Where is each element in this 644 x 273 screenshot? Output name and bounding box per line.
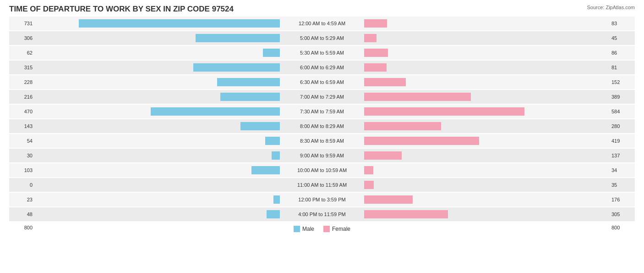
chart-row: 306 5:00 AM to 5:29 AM 45: [9, 31, 635, 45]
right-value: 35: [610, 182, 635, 188]
right-bar-wrap: [363, 119, 610, 133]
female-bar: [364, 166, 373, 174]
right-value: 34: [610, 167, 635, 173]
female-bar: [364, 34, 377, 42]
time-label: 10:00 AM to 10:59 AM: [281, 167, 363, 173]
left-value: 216: [9, 94, 34, 100]
male-bar: [272, 151, 280, 160]
left-bar-wrap: [34, 207, 281, 221]
right-bar-wrap: [363, 75, 610, 89]
chart-row: 228 6:30 AM to 6:59 AM 152: [9, 75, 635, 89]
chart-row: 30 9:00 AM to 9:59 AM 137: [9, 149, 635, 162]
male-bar: [217, 78, 280, 86]
right-value: 389: [610, 94, 635, 100]
left-bar-wrap: [34, 105, 281, 118]
left-bar-wrap: [34, 119, 281, 133]
male-bar: [240, 122, 280, 130]
male-bar: [196, 34, 280, 42]
male-bar: [193, 63, 280, 72]
left-value: 62: [9, 50, 34, 56]
chart-row: 143 8:00 AM to 8:29 AM 280: [9, 119, 635, 133]
axis-right-label: 800: [610, 225, 635, 230]
right-value: 419: [610, 138, 635, 144]
time-label: 8:00 AM to 8:29 AM: [281, 123, 363, 129]
time-label: 7:00 AM to 7:29 AM: [281, 94, 363, 100]
chart-row: 0 11:00 AM to 11:59 AM 35: [9, 178, 635, 192]
time-label: 4:00 PM to 11:59 PM: [281, 212, 363, 217]
left-value: 48: [9, 212, 34, 217]
chart-area: 731 12:00 AM to 4:59 AM 83 306 5:00 AM t…: [9, 17, 635, 221]
time-label: 12:00 PM to 3:59 PM: [281, 197, 363, 202]
male-bar: [273, 195, 280, 204]
chart-title: TIME OF DEPARTURE TO WORK BY SEX IN ZIP …: [9, 5, 635, 14]
left-bar-wrap: [34, 31, 281, 45]
right-bar-wrap: [363, 207, 610, 221]
chart-row: 54 8:30 AM to 8:59 AM 419: [9, 134, 635, 148]
left-value: 228: [9, 79, 34, 85]
legend-female-label: Female: [332, 226, 350, 232]
right-value: 137: [610, 153, 635, 158]
left-value: 470: [9, 109, 34, 114]
left-bar-wrap: [34, 149, 281, 162]
time-label: 6:30 AM to 6:59 AM: [281, 79, 363, 85]
left-value: 731: [9, 21, 34, 26]
left-bar-wrap: [34, 61, 281, 74]
right-value: 83: [610, 21, 635, 26]
left-bar-wrap: [34, 178, 281, 192]
right-value: 280: [610, 123, 635, 129]
left-value: 23: [9, 197, 34, 202]
time-label: 7:30 AM to 7:59 AM: [281, 109, 363, 114]
female-bar: [364, 49, 388, 57]
time-label: 5:30 AM to 5:59 AM: [281, 50, 363, 56]
right-bar-wrap: [363, 31, 610, 45]
left-value: 306: [9, 35, 34, 41]
time-label: 8:30 AM to 8:59 AM: [281, 138, 363, 144]
female-bar: [364, 195, 413, 204]
male-bar: [251, 166, 280, 174]
time-label: 6:00 AM to 6:29 AM: [281, 65, 363, 70]
female-bar: [364, 181, 374, 189]
legend: Male Female: [34, 226, 610, 232]
chart-container: TIME OF DEPARTURE TO WORK BY SEX IN ZIP …: [0, 0, 644, 273]
right-bar-wrap: [363, 163, 610, 177]
right-bar-wrap: [363, 61, 610, 74]
chart-row: 216 7:00 AM to 7:29 AM 389: [9, 90, 635, 104]
legend-male-color: [294, 226, 300, 232]
right-value: 152: [610, 79, 635, 85]
left-bar-wrap: [34, 75, 281, 89]
left-bar-wrap: [34, 163, 281, 177]
right-bar-wrap: [363, 90, 610, 104]
right-value: 584: [610, 109, 635, 114]
left-value: 30: [9, 153, 34, 158]
right-bar-wrap: [363, 149, 610, 162]
female-bar: [364, 151, 402, 160]
left-value: 0: [9, 182, 34, 188]
right-bar-wrap: [363, 134, 610, 148]
male-bar: [265, 137, 280, 145]
time-label: 9:00 AM to 9:59 AM: [281, 153, 363, 158]
time-label: 12:00 AM to 4:59 AM: [281, 21, 363, 26]
right-bar-wrap: [363, 178, 610, 192]
left-bar-wrap: [34, 90, 281, 104]
legend-female-color: [323, 226, 330, 232]
time-label: 11:00 AM to 11:59 AM: [281, 182, 363, 188]
legend-male: Male: [294, 226, 314, 232]
left-value: 54: [9, 138, 34, 144]
female-bar: [364, 137, 479, 145]
right-value: 176: [610, 197, 635, 202]
chart-row: 23 12:00 PM to 3:59 PM 176: [9, 193, 635, 206]
female-bar: [364, 107, 524, 116]
female-bar: [364, 19, 387, 28]
right-bar-wrap: [363, 46, 610, 60]
time-label: 5:00 AM to 5:29 AM: [281, 35, 363, 41]
chart-row: 48 4:00 PM to 11:59 PM 305: [9, 207, 635, 221]
chart-row: 315 6:00 AM to 6:29 AM 81: [9, 61, 635, 74]
left-value: 143: [9, 123, 34, 129]
male-bar: [263, 49, 280, 57]
right-value: 305: [610, 212, 635, 217]
right-value: 45: [610, 35, 635, 41]
right-bar-wrap: [363, 105, 610, 118]
right-value: 86: [610, 50, 635, 56]
chart-row: 103 10:00 AM to 10:59 AM 34: [9, 163, 635, 177]
male-bar: [220, 93, 280, 101]
